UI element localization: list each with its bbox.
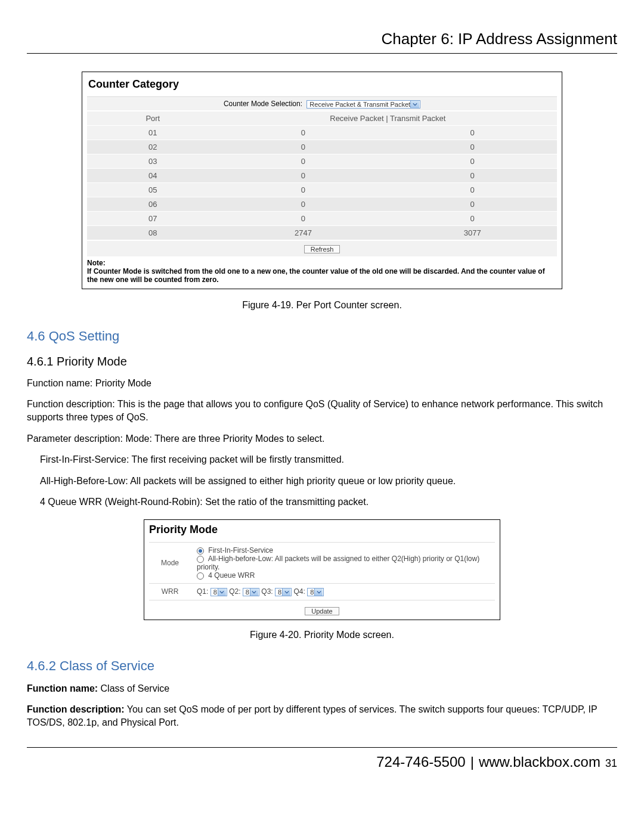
radio-first-in[interactable]	[197, 547, 204, 555]
port-cell: 06	[87, 197, 219, 211]
rx-cell: 0	[219, 154, 388, 168]
rx-cell: 0	[219, 140, 388, 154]
priority-mode-heading: 4.6.1 Priority Mode	[27, 355, 617, 368]
cos-function-description: Function description: You can set QoS mo…	[27, 703, 617, 729]
port-counter-table: Port Receive Packet | Transmit Packet 01…	[87, 111, 557, 240]
refresh-button[interactable]: Refresh	[304, 245, 340, 253]
rx-cell: 0	[219, 197, 388, 211]
page-footer: 724-746-5500 | www.blackbox.com 31	[27, 754, 617, 770]
chevron-down-icon	[282, 589, 290, 596]
counter-mode-select[interactable]: Receive Packet & Transmit Packet	[306, 100, 420, 109]
cos-func-desc-bold: Function description:	[27, 704, 125, 714]
radio-all-high[interactable]	[197, 556, 204, 563]
tx-cell: 0	[388, 168, 557, 182]
wrr-row-values: Q1: 8 Q2: 8 Q3: 8 Q4:	[191, 583, 495, 599]
rx-cell: 0	[219, 168, 388, 182]
counter-note-head: Note:	[87, 259, 106, 267]
qos-setting-heading: 4.6 QoS Setting	[27, 329, 617, 344]
tx-cell: 0	[388, 211, 557, 225]
chevron-down-icon	[314, 589, 323, 596]
tx-cell: 0	[388, 154, 557, 168]
footer-phone: 724-746-5500	[376, 754, 465, 770]
mode-all-high: All-High-Before-Low: All packets will be…	[27, 475, 617, 488]
port-column-header: Port	[87, 111, 219, 125]
radio-4queue-wrr-label: 4 Queue WRR	[208, 571, 255, 580]
cos-func-name-val: Class of Service	[98, 683, 169, 693]
table-row: 0827473077	[87, 225, 557, 240]
port-cell: 07	[87, 211, 219, 225]
rx-cell: 2747	[219, 225, 388, 240]
rx-cell: 0	[219, 211, 388, 225]
rx-cell: 0	[219, 125, 388, 140]
chapter-title: Chapter 6: IP Address Assignment	[27, 30, 617, 54]
port-cell: 03	[87, 154, 219, 168]
q4-label: Q4:	[293, 587, 305, 596]
table-row: 0400	[87, 168, 557, 182]
q2-select[interactable]: 8	[243, 588, 259, 596]
chevron-down-icon	[250, 589, 258, 596]
wrr-row-label: WRR	[149, 583, 191, 599]
port-cell: 02	[87, 140, 219, 154]
figure-4-20-caption: Figure 4-20. Priority Mode screen.	[27, 630, 617, 640]
tx-cell: 0	[388, 140, 557, 154]
mode-wrr: 4 Queue WRR (Weight-Round-Robin): Set th…	[27, 496, 617, 509]
tx-cell: 0	[388, 125, 557, 140]
table-row: 0200	[87, 140, 557, 154]
tx-cell: 3077	[388, 225, 557, 240]
port-cell: 08	[87, 225, 219, 240]
priority-mode-panel-title: Priority Mode	[149, 524, 495, 542]
q3-select[interactable]: 8	[275, 588, 292, 596]
port-cell: 04	[87, 168, 219, 182]
port-cell: 05	[87, 182, 219, 197]
cos-function-name: Function name: Class of Service	[27, 682, 617, 695]
figure-4-19-caption: Figure 4-19. Per Port Counter screen.	[27, 300, 617, 311]
counter-mode-select-value: Receive Packet & Transmit Packet	[309, 101, 410, 108]
priority-function-description: Function description: This is the page t…	[27, 398, 617, 423]
q1-label: Q1:	[197, 587, 208, 596]
radio-4queue-wrr[interactable]	[197, 572, 204, 580]
chevron-down-icon	[410, 101, 419, 108]
counter-note-body: If Counter Mode is switched from the old…	[87, 267, 545, 284]
counter-mode-selection-row: Counter Mode Selection: Receive Packet &…	[87, 97, 557, 111]
port-cell: 01	[87, 125, 219, 140]
q3-label: Q3:	[261, 587, 273, 596]
counter-category-panel: Counter Category Counter Mode Selection:…	[82, 72, 562, 289]
table-row: 0100	[87, 125, 557, 140]
counter-mode-selection-label: Counter Mode Selection:	[224, 100, 302, 108]
footer-separator: |	[470, 754, 474, 770]
mode-row-label: Mode	[149, 542, 191, 583]
counter-note: Note: If Counter Mode is switched from t…	[87, 259, 557, 284]
table-row: 0700	[87, 211, 557, 225]
footer-page-number: 31	[605, 757, 617, 770]
q2-label: Q2:	[229, 587, 240, 596]
cos-func-name-bold: Function name:	[27, 683, 98, 693]
priority-param-description: Parameter description: Mode: There are t…	[27, 432, 617, 445]
rx-cell: 0	[219, 182, 388, 197]
radio-all-high-label: All-High-before-Low: All packets will be…	[197, 555, 479, 571]
chevron-down-icon	[218, 589, 226, 596]
table-row: 0500	[87, 182, 557, 197]
q1-select[interactable]: 8	[210, 588, 227, 596]
footer-url: www.blackbox.com	[479, 754, 600, 770]
class-of-service-heading: 4.6.2 Class of Service	[27, 658, 617, 674]
priority-function-name: Function name: Priority Mode	[27, 377, 617, 390]
mode-first-in: First-In-First-Service: The first receiv…	[27, 453, 617, 466]
tx-cell: 0	[388, 197, 557, 211]
metric-column-header: Receive Packet | Transmit Packet	[219, 111, 557, 125]
counter-category-heading: Counter Category	[87, 76, 557, 97]
q4-select[interactable]: 8	[307, 588, 324, 596]
table-row: 0300	[87, 154, 557, 168]
priority-mode-panel: Priority Mode Mode First-In-First-Servic…	[144, 519, 500, 620]
table-row: 0600	[87, 197, 557, 211]
update-button[interactable]: Update	[305, 607, 339, 615]
radio-first-in-label: First-In-First-Service	[208, 546, 273, 555]
tx-cell: 0	[388, 182, 557, 197]
